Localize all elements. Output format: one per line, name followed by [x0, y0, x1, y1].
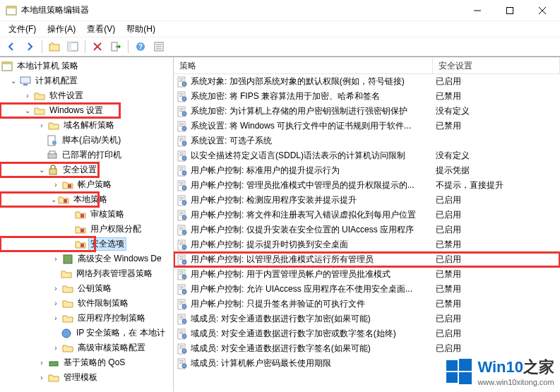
list-row[interactable]: 用户帐户控制: 管理员批准模式中管理员的提升权限提示的...不提示，直接提升: [174, 178, 560, 193]
expand-icon[interactable]: ›: [37, 358, 47, 368]
tree-label: 本地计算机 策略: [15, 59, 81, 73]
close-button[interactable]: [526, 0, 559, 21]
policy-item-icon: [177, 136, 188, 147]
svg-point-59: [182, 141, 186, 145]
list-row[interactable]: 用户帐户控制: 仅提升安装在安全位置的 UIAccess 应用程序已启用: [174, 222, 560, 237]
delete-button[interactable]: [89, 38, 106, 55]
separator: [42, 40, 42, 53]
tree-local-policy[interactable]: ⌄ 本地策略: [0, 192, 99, 207]
collapse-icon[interactable]: ⌄: [37, 165, 46, 175]
column-setting[interactable]: 安全设置: [433, 57, 560, 73]
tree-pane[interactable]: 本地计算机 策略 ⌄ 计算机配置 › 软件设置: [0, 57, 174, 391]
tree-software-restrict[interactable]: › 软件限制策略: [0, 296, 173, 311]
expand-icon[interactable]: ›: [23, 91, 32, 101]
expand-icon[interactable]: ›: [37, 121, 47, 131]
list-row[interactable]: 用户帐户控制: 检测应用程序安装并提示提升已启用: [174, 193, 560, 208]
tree-app-control[interactable]: › 应用程序控制策略: [0, 311, 173, 326]
tree-software-settings[interactable]: › 软件设置: [0, 88, 173, 103]
maximize-button[interactable]: [494, 0, 526, 21]
menu-help[interactable]: 帮助(H): [121, 22, 161, 37]
list-row[interactable]: 用户帐户控制: 标准用户的提升提示行为提示凭据: [174, 163, 560, 178]
minimize-button[interactable]: [461, 0, 494, 21]
tree-windows-settings[interactable]: ⌄ Windows 设置: [0, 103, 120, 118]
list-row[interactable]: 系统加密: 将 FIPS 兼容算法用于加密、哈希和签名已禁用: [174, 89, 560, 104]
policy-setting: 已启用: [436, 209, 557, 221]
tree-ip-security[interactable]: IP 安全策略，在 本地计: [0, 326, 173, 340]
list-row[interactable]: 域成员: 对安全通道数据进行数字签名(如果可能)已启用: [174, 341, 560, 356]
tree-advanced-audit[interactable]: › 高级审核策略配置: [0, 340, 173, 355]
svg-point-109: [182, 290, 186, 294]
up-button[interactable]: [46, 38, 63, 55]
expand-icon[interactable]: ›: [51, 343, 61, 353]
policy-text: 系统加密: 将 FIPS 兼容算法用于加密、哈希和签名: [191, 90, 436, 102]
policy-text: 用户帐户控制: 提示提升时切换到安全桌面: [191, 239, 436, 251]
tree-user-rights[interactable]: 用户权限分配: [0, 222, 173, 237]
list-row[interactable]: 用户帐户控制: 将文件和注册表写入错误虚拟化到每用户位置已启用: [174, 208, 560, 222]
svg-rect-117: [179, 317, 184, 318]
list-row[interactable]: 用户帐户控制: 用于内置管理员帐户的管理员批准模式已禁用: [174, 267, 560, 282]
svg-rect-103: [179, 274, 184, 275]
expand-icon[interactable]: ›: [51, 284, 61, 294]
title-bar: 本地组策略编辑器: [0, 0, 560, 21]
tree-windows-defender[interactable]: › 高级安全 Windows De: [0, 251, 173, 266]
list-row[interactable]: 用户帐户控制: 以管理员批准模式运行所有管理员已启用: [174, 252, 560, 267]
tree-network-list[interactable]: 网络列表管理器策略: [0, 266, 173, 281]
tree-security-settings[interactable]: ⌄ 安全设置: [0, 162, 99, 177]
forward-button[interactable]: [21, 38, 38, 55]
tree-printers[interactable]: 已部署的打印机: [0, 148, 173, 162]
svg-rect-28: [64, 199, 67, 203]
list-body[interactable]: 系统对象: 加强内部系统对象的默认权限(例如，符号链接)已启用系统加密: 将 F…: [174, 74, 560, 391]
tree-root[interactable]: 本地计算机 策略: [0, 59, 173, 73]
expand-icon[interactable]: ›: [51, 180, 61, 190]
expand-icon[interactable]: ›: [37, 373, 47, 383]
svg-rect-20: [20, 77, 30, 83]
policy-setting: 已启用: [436, 224, 557, 236]
list-row[interactable]: 域成员: 对安全通道数据进行数字加密(如果可能)已启用: [174, 311, 560, 326]
list-row[interactable]: 系统设置: 将 Windows 可执行文件中的证书规则用于软件...已禁用: [174, 119, 560, 133]
policy-setting: 已启用: [436, 194, 557, 206]
properties-button[interactable]: [150, 38, 167, 55]
svg-rect-47: [179, 109, 184, 110]
menu-view[interactable]: 查看(V): [81, 22, 121, 37]
tree-label: 计算机配置: [33, 74, 80, 88]
tree-computer-config[interactable]: ⌄ 计算机配置: [0, 73, 173, 88]
list-row[interactable]: 系统加密: 为计算机上存储的用户密钥强制进行强密钥保护没有定义: [174, 104, 560, 119]
tree-dns-policy[interactable]: › 域名解析策略: [0, 118, 173, 133]
svg-point-69: [182, 171, 186, 175]
list-row[interactable]: 用户帐户控制: 提示提升时切换到安全桌面已禁用: [174, 237, 560, 252]
svg-rect-112: [179, 302, 184, 303]
arrow-right-icon: [24, 41, 35, 52]
svg-rect-6: [49, 44, 59, 51]
list-row[interactable]: 以安全描述符定义语言(SDDL)语法表示的计算机访问限制没有定义: [174, 148, 560, 163]
list-row[interactable]: 系统对象: 加强内部系统对象的默认权限(例如，符号链接)已启用: [174, 74, 560, 89]
svg-point-89: [182, 230, 186, 234]
back-button[interactable]: [3, 38, 20, 55]
menu-action[interactable]: 操作(A): [42, 22, 81, 37]
watermark-suffix: 之家: [523, 358, 554, 376]
folder-up-icon: [49, 41, 60, 52]
tree-policy-qos[interactable]: › 基于策略的 QoS: [0, 355, 173, 370]
collapse-icon[interactable]: ⌄: [23, 106, 32, 116]
show-hide-button[interactable]: [64, 38, 81, 55]
list-row[interactable]: 系统设置: 可选子系统: [174, 133, 560, 148]
tree-security-options[interactable]: 安全选项: [0, 237, 95, 251]
tree-scripts[interactable]: 脚本(启动/关机): [0, 133, 173, 148]
help-button[interactable]: ?: [132, 38, 149, 55]
list-row[interactable]: 域成员: 对安全通道数据进行数字加密或数字签名(始终)已启用: [174, 326, 560, 341]
collapse-icon[interactable]: ⌄: [8, 76, 18, 86]
menu-file[interactable]: 文件(F): [3, 22, 42, 37]
svg-point-44: [182, 97, 186, 101]
collapse-icon[interactable]: ⌄: [51, 195, 56, 205]
tree-admin-templates[interactable]: › 管理模板: [0, 370, 173, 385]
expand-icon[interactable]: ›: [51, 254, 61, 264]
expand-icon[interactable]: ›: [51, 299, 61, 309]
tree-public-key[interactable]: › 公钥策略: [0, 281, 173, 296]
policy-text: 用户帐户控制: 只提升签名并验证的可执行文件: [191, 298, 436, 310]
tree-account-policy[interactable]: › 帐户策略: [0, 177, 173, 192]
list-row[interactable]: 用户帐户控制: 允许 UIAccess 应用程序在不使用安全桌面...已禁用: [174, 282, 560, 297]
export-button[interactable]: [107, 38, 124, 55]
list-row[interactable]: 用户帐户控制: 只提升签名并验证的可执行文件已禁用: [174, 297, 560, 311]
tree-audit-policy[interactable]: 审核策略: [0, 207, 173, 222]
column-policy[interactable]: 策略: [174, 57, 433, 73]
expand-icon[interactable]: ›: [51, 314, 61, 323]
